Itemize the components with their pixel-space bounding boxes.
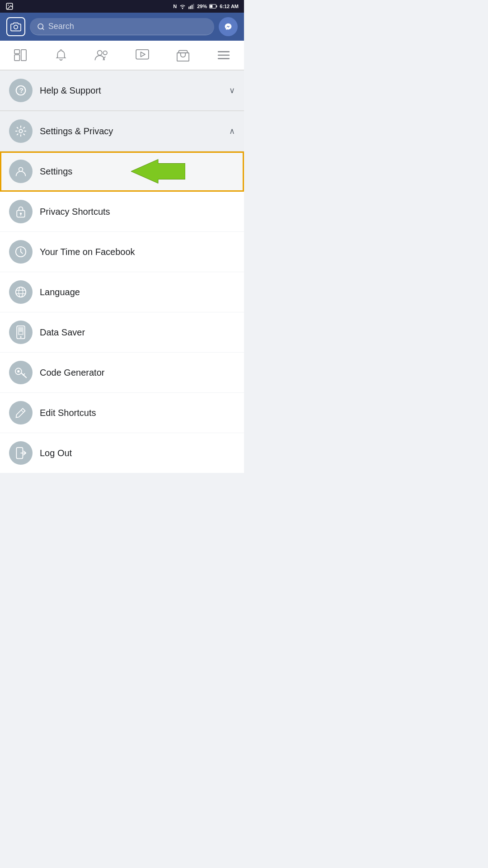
messenger-button[interactable] xyxy=(219,17,238,36)
arrow-left-icon xyxy=(131,158,185,185)
svg-marker-27 xyxy=(131,160,185,184)
settings-privacy-section[interactable]: Settings & Privacy ∧ xyxy=(0,111,244,151)
menu-list: ? Help & Support ∨ Settings & Privacy ∧ … xyxy=(0,70,244,473)
nav-menu[interactable] xyxy=(208,45,239,65)
nav-watch[interactable] xyxy=(127,45,158,65)
hamburger-icon xyxy=(217,50,230,60)
svg-point-16 xyxy=(103,51,107,55)
svg-rect-17 xyxy=(136,50,149,59)
svg-rect-12 xyxy=(14,50,19,54)
svg-line-43 xyxy=(23,374,24,375)
search-icon xyxy=(37,23,45,31)
svg-rect-8 xyxy=(210,5,213,8)
svg-point-25 xyxy=(19,129,22,132)
nav-news-feed[interactable] xyxy=(5,45,36,65)
edit-shortcuts-item[interactable]: Edit Shortcuts xyxy=(0,393,244,433)
your-time-label: Your Time on Facebook xyxy=(40,247,135,257)
logout-icon xyxy=(15,447,26,459)
svg-point-15 xyxy=(98,51,102,55)
svg-rect-37 xyxy=(18,327,23,335)
time-display: 6:12 AM xyxy=(220,4,239,9)
pencil-icon xyxy=(15,407,27,419)
edit-icon-circle xyxy=(9,401,33,425)
data-saver-label: Data Saver xyxy=(40,327,85,338)
privacy-shortcuts-item[interactable]: Privacy Shortcuts xyxy=(0,192,244,232)
svg-rect-13 xyxy=(14,55,19,61)
privacy-icon-circle xyxy=(9,200,33,223)
watch-icon xyxy=(136,49,149,61)
app-header xyxy=(0,13,244,41)
edit-shortcuts-label: Edit Shortcuts xyxy=(40,408,96,418)
globe-icon xyxy=(15,286,27,298)
help-chevron: ∨ xyxy=(229,85,235,95)
camera-button[interactable] xyxy=(6,17,25,36)
svg-marker-18 xyxy=(141,52,145,57)
log-out-label: Log Out xyxy=(40,448,72,458)
battery-percent: 29% xyxy=(197,4,207,9)
status-left xyxy=(5,2,14,10)
your-time-item[interactable]: Your Time on Facebook xyxy=(0,232,244,272)
time-icon-circle xyxy=(9,240,33,264)
wifi-icon xyxy=(179,4,186,9)
messenger-icon xyxy=(223,22,233,32)
privacy-shortcuts-label: Privacy Shortcuts xyxy=(40,207,110,217)
settings-privacy-icon-circle xyxy=(9,119,33,143)
svg-rect-7 xyxy=(216,5,217,7)
nfc-indicator: N xyxy=(173,4,177,9)
language-item[interactable]: Language xyxy=(0,272,244,312)
camera-icon xyxy=(10,22,21,32)
nav-friends[interactable] xyxy=(86,45,117,65)
log-out-item[interactable]: Log Out xyxy=(0,433,244,473)
marketplace-icon xyxy=(177,49,189,61)
status-right: N 29% 6:12 AM xyxy=(173,4,239,9)
question-icon: ? xyxy=(15,85,26,96)
svg-rect-14 xyxy=(21,50,26,61)
svg-point-29 xyxy=(20,212,22,214)
svg-point-26 xyxy=(19,167,23,171)
settings-item[interactable]: Settings xyxy=(0,151,244,192)
svg-point-38 xyxy=(20,336,22,338)
help-support-section[interactable]: ? Help & Support ∨ xyxy=(0,70,244,111)
friends-icon xyxy=(94,50,109,61)
signal-icon xyxy=(188,4,195,9)
search-bar[interactable] xyxy=(30,18,214,35)
svg-point-41 xyxy=(17,370,19,373)
language-label: Language xyxy=(40,287,80,297)
green-arrow-indicator xyxy=(131,158,185,185)
help-support-label: Help & Support xyxy=(40,85,229,96)
svg-rect-3 xyxy=(190,6,191,9)
nav-marketplace[interactable] xyxy=(167,45,199,65)
data-saver-icon-circle xyxy=(9,321,33,344)
data-saver-item[interactable]: Data Saver xyxy=(0,312,244,353)
svg-rect-5 xyxy=(193,4,194,9)
svg-point-9 xyxy=(14,25,18,29)
battery-icon xyxy=(209,4,217,9)
svg-rect-39 xyxy=(19,332,22,334)
svg-rect-2 xyxy=(189,7,190,9)
search-input[interactable] xyxy=(48,22,207,31)
svg-point-32 xyxy=(16,287,26,297)
settings-icon-circle xyxy=(9,160,33,183)
code-gen-icon-circle xyxy=(9,361,33,384)
code-generator-item[interactable]: Code Generator xyxy=(0,353,244,393)
settings-privacy-chevron: ∧ xyxy=(229,126,235,136)
code-generator-label: Code Generator xyxy=(40,368,104,378)
svg-line-42 xyxy=(21,373,26,377)
svg-point-33 xyxy=(19,287,23,297)
help-icon-circle: ? xyxy=(9,79,33,102)
bell-icon xyxy=(56,49,66,61)
svg-line-44 xyxy=(21,410,23,412)
settings-label: Settings xyxy=(40,166,72,177)
language-icon-circle xyxy=(9,280,33,304)
key-icon xyxy=(14,367,27,378)
nav-bar xyxy=(0,41,244,70)
photo-icon xyxy=(5,2,14,10)
svg-text:?: ? xyxy=(19,86,23,94)
person-icon xyxy=(15,165,27,177)
svg-rect-4 xyxy=(192,5,192,9)
phone-icon xyxy=(16,326,26,339)
nav-notifications[interactable] xyxy=(45,45,77,65)
logout-icon-circle xyxy=(9,441,33,465)
svg-point-1 xyxy=(8,5,9,5)
gear-icon xyxy=(15,125,27,137)
